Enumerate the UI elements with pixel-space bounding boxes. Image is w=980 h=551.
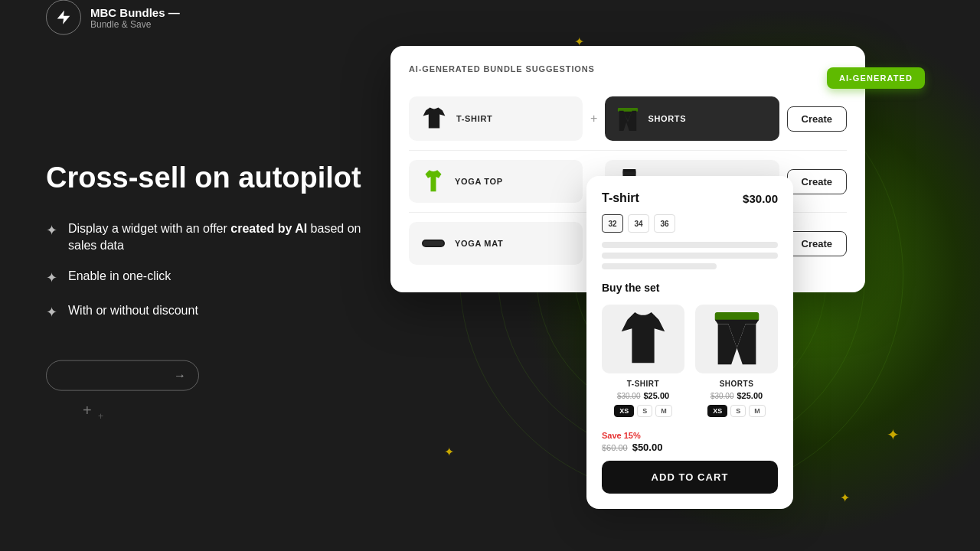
- bundle-item-label-tshirt: T-SHIRT: [456, 114, 492, 123]
- feature-bold-1: created by AI: [230, 221, 307, 234]
- feature-text-3: With or without discount: [68, 302, 198, 318]
- plus-sign-1: +: [590, 112, 597, 126]
- shorts-size-xs[interactable]: XS: [707, 405, 727, 417]
- yoga-top-svg: [423, 168, 444, 195]
- popup-product-title: T-shirt: [602, 191, 639, 205]
- bundle-panel-title: AI-GENERATED BUNDLE SUGGESTIONS: [409, 64, 847, 73]
- add-to-cart-button[interactable]: ADD TO CART: [602, 461, 778, 494]
- description-lines: [602, 242, 778, 269]
- sparkle-icon-2: ✦: [46, 269, 57, 288]
- hero-headline: Cross-sell on autopilot: [46, 161, 368, 196]
- shorts-size-btns: XS S M: [707, 405, 766, 417]
- tshirt-size-xs[interactable]: XS: [614, 405, 634, 417]
- bundle-item-label-yoga-mat: YOGA MAT: [455, 239, 503, 248]
- desc-line-1: [602, 242, 778, 248]
- tshirt-image-wrap: [602, 305, 684, 373]
- total-sale-price: $50.00: [632, 442, 663, 453]
- desc-line-2: [602, 253, 778, 259]
- logo-area: MBC Bundles — Bundle & Save: [46, 0, 180, 35]
- shorts-price-row: $30.00 $25.00: [710, 391, 763, 400]
- tshirt-size-s[interactable]: S: [637, 405, 652, 417]
- size-options: 32 34 36: [602, 214, 778, 233]
- shorts-image-wrap: [695, 305, 778, 373]
- save-bar: Save 15% $60.00 $50.00: [602, 428, 778, 453]
- products-row: T-SHIRT $30.00 $25.00 XS S M SHORTS: [602, 305, 778, 417]
- tshirt-icon: [420, 104, 449, 133]
- tshirt-svg: [420, 105, 448, 132]
- yoga-mat-icon: [420, 230, 447, 257]
- sparkle-icon-3: ✦: [46, 302, 57, 321]
- mini-product-tshirt: T-SHIRT $30.00 $25.00 XS S M: [602, 305, 684, 417]
- bundle-item-yoga-top: YOGA TOP: [409, 160, 583, 203]
- brand-icon: [55, 9, 72, 26]
- mini-product-shorts: SHORTS $30.00 $25.00 XS S M: [695, 305, 778, 417]
- shorts-original-price: $30.00: [710, 392, 734, 400]
- brand-name-wrap: MBC Bundles — Bundle & Save: [90, 5, 180, 29]
- features-list: ✦ Display a widget with an offer created…: [46, 220, 368, 321]
- tshirt-price-row: $30.00 $25.00: [617, 391, 669, 400]
- shorts-size-s[interactable]: S: [730, 405, 746, 417]
- feature-item-3: ✦ With or without discount: [46, 302, 368, 321]
- shorts-size-m[interactable]: M: [749, 405, 766, 417]
- shorts-svg: [616, 105, 639, 132]
- sparkle-decoration-5: ✦: [887, 425, 900, 444]
- bundle-item-yoga-mat: YOGA MAT: [409, 222, 583, 265]
- shorts-large-icon: [712, 309, 762, 369]
- shorts-icon: [616, 104, 640, 133]
- size-option-32[interactable]: 32: [602, 214, 623, 233]
- create-button-3[interactable]: Create: [787, 231, 847, 256]
- save-percent-label: Save 15%: [602, 431, 641, 440]
- create-button-2[interactable]: Create: [787, 169, 847, 194]
- tshirt-size-btns: XS S M: [614, 405, 672, 417]
- tshirt-large-icon: [616, 309, 670, 369]
- popup-header: T-shirt $30.00: [602, 191, 778, 205]
- product-popup: T-shirt $30.00 32 34 36 Buy the set T-SH…: [586, 176, 793, 509]
- sparkle-decoration-3: ✦: [444, 445, 454, 459]
- bundle-item-shorts: SHORTS: [605, 96, 779, 141]
- yoga-mat-svg: [420, 236, 447, 251]
- arrow-pill: [46, 360, 199, 390]
- plus-decoration-1: +: [83, 402, 92, 419]
- mini-tshirt-name: T-SHIRT: [627, 380, 659, 388]
- plus-decoration-2: +: [98, 411, 103, 422]
- popup-product-price: $30.00: [743, 192, 778, 205]
- bundle-item-tshirt: T-SHIRT: [409, 96, 583, 141]
- total-original-price: $60.00: [602, 443, 628, 452]
- bundle-item-label-shorts: SHORTS: [648, 114, 686, 123]
- create-button-1[interactable]: Create: [787, 106, 847, 132]
- feature-text-2: Enable in one-click: [68, 268, 171, 285]
- feature-item-2: ✦ Enable in one-click: [46, 268, 368, 288]
- feature-text-1: Display a widget with an offer created b…: [68, 220, 368, 254]
- bundle-item-label-yoga-top: YOGA TOP: [455, 177, 503, 186]
- logo-icon: [46, 0, 81, 35]
- feature-item-1: ✦ Display a widget with an offer created…: [46, 220, 368, 254]
- yoga-top-icon: [420, 168, 447, 195]
- svg-rect-4: [423, 241, 444, 246]
- sparkle-icon-1: ✦: [46, 220, 57, 240]
- tshirt-size-m[interactable]: M: [655, 405, 672, 417]
- shorts-sale-price: $25.00: [737, 391, 763, 400]
- left-panel: MBC Bundles — Bundle & Save Cross-sell o…: [46, 161, 368, 391]
- tshirt-original-price: $30.00: [617, 392, 641, 400]
- size-option-36[interactable]: 36: [654, 214, 675, 233]
- buy-set-title: Buy the set: [602, 282, 778, 294]
- bundle-row-1: T-SHIRT + SHORTS Create: [409, 87, 847, 151]
- sparkle-decoration-4: ✦: [840, 491, 850, 505]
- size-option-34[interactable]: 34: [628, 214, 649, 233]
- total-price-row: $60.00 $50.00: [602, 442, 778, 453]
- ai-generated-badge: AI-GENERATED: [827, 67, 925, 89]
- brand-tagline: Bundle & Save: [90, 18, 180, 29]
- arrow-decoration: [46, 360, 368, 390]
- desc-line-3: [602, 263, 717, 269]
- brand-name: MBC Bundles —: [90, 5, 180, 18]
- mini-shorts-name: SHORTS: [720, 380, 754, 388]
- tshirt-sale-price: $25.00: [643, 391, 669, 400]
